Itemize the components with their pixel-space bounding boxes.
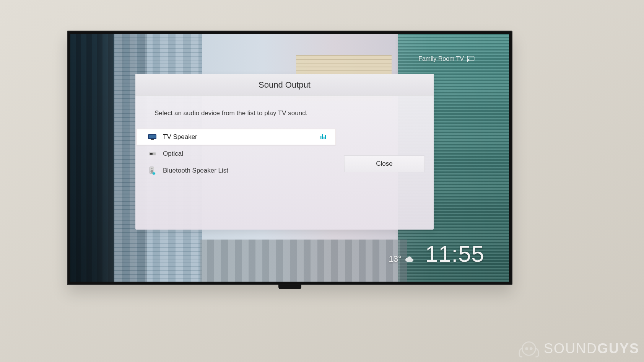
watermark-text-b: GUYS [597,341,639,356]
optical-icon [148,149,157,158]
bluetooth-speaker-icon [148,166,157,175]
weather-widget: 13° [389,254,414,264]
svg-point-12 [151,170,153,173]
dialog-title: Sound Output [259,80,311,90]
audio-playing-icon [320,134,327,140]
sound-output-dialog: Sound Output Select an audio device from… [135,74,434,230]
tv-icon [148,132,157,142]
dialog-body: TV Speaker [135,126,434,179]
device-item-bluetooth-list[interactable]: Bluetooth Speaker List [137,162,335,179]
tv-stand-neck [278,284,301,289]
dialog-description: Select an audio device from the list to … [135,96,434,126]
close-button-label: Close [376,160,392,168]
status-bar: 13° 11:55 [389,241,485,267]
svg-rect-8 [325,135,326,139]
watermark: SOUNDGUYS [518,338,639,360]
clock-time: 11:55 [425,241,485,267]
watermark-text-a: SOUND [544,341,597,356]
svg-rect-10 [150,153,153,154]
device-item-optical[interactable]: Optical [137,145,335,162]
svg-rect-5 [320,136,321,139]
svg-point-17 [530,347,533,350]
dialog-side-column: Close [344,129,424,179]
svg-point-15 [522,342,536,355]
tv-screen: Family Room TV 13° 11:55 Sound Output [70,34,509,282]
device-label: TV Speaker [163,133,314,141]
temperature-value: 13° [389,254,402,264]
svg-point-16 [525,347,528,350]
close-button[interactable]: Close [344,155,424,172]
device-label: Optical [163,150,327,158]
svg-rect-4 [151,139,154,140]
dialog-header: Sound Output [135,74,434,96]
cast-device-indicator: Family Room TV [418,55,475,62]
cast-icon [467,56,475,62]
svg-rect-7 [324,137,324,139]
cloud-icon [405,255,414,263]
svg-rect-3 [149,135,156,138]
svg-point-1 [467,61,468,62]
soundguys-logo-icon [518,338,540,360]
svg-rect-6 [322,134,323,139]
svg-point-13 [151,168,153,169]
bg-building-bottom [200,240,407,282]
device-list: TV Speaker [137,129,335,179]
device-item-tv-speaker[interactable]: TV Speaker [136,129,336,145]
tv-bezel: Family Room TV 13° 11:55 Sound Output [67,31,512,285]
device-label: Bluetooth Speaker List [163,167,327,174]
cast-device-name: Family Room TV [418,55,464,62]
